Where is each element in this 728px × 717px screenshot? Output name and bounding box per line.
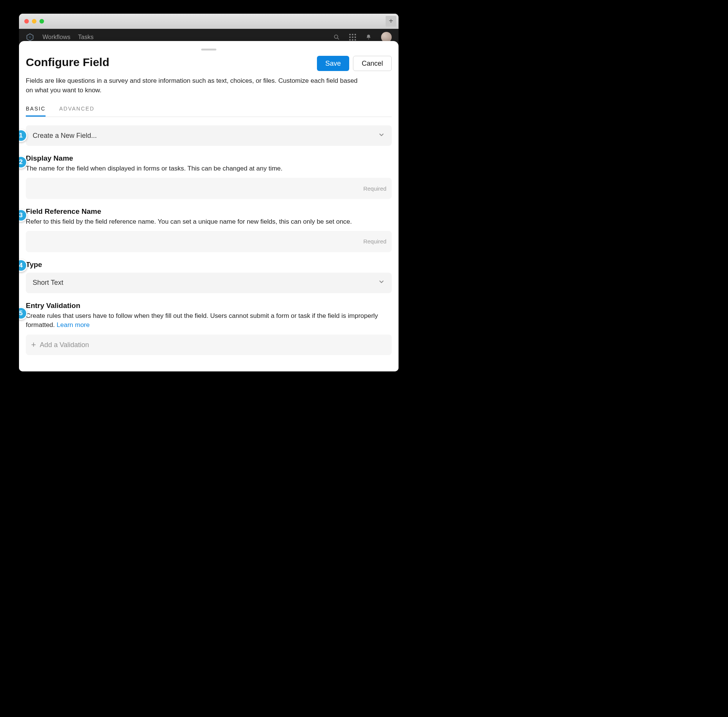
nav-item-workflows[interactable]: Workflows <box>43 34 71 41</box>
required-label: Required <box>363 238 386 245</box>
top-nav: Workflows Tasks <box>43 34 93 41</box>
add-validation-label: Add a Validation <box>40 341 89 349</box>
type-label: Type <box>26 261 392 269</box>
tab-basic[interactable]: BASIC <box>26 106 46 117</box>
validation-label: Entry Validation <box>26 302 392 310</box>
window-titlebar: + <box>19 14 399 29</box>
add-validation-button[interactable]: + Add a Validation <box>26 335 392 355</box>
cancel-button[interactable]: Cancel <box>353 56 392 71</box>
chevron-down-icon <box>378 278 385 287</box>
svg-line-3 <box>337 38 339 39</box>
display-name-label: Display Name <box>26 154 392 163</box>
sheet-drag-handle[interactable] <box>201 49 216 51</box>
tab-advanced[interactable]: ADVANCED <box>59 106 95 117</box>
svg-point-2 <box>334 35 338 38</box>
validation-sub: Create rules that users have to follow w… <box>26 311 392 330</box>
reference-name-input-shell: Required <box>26 231 392 252</box>
app-logo-icon <box>26 33 34 41</box>
type-dropdown[interactable]: Short Text <box>26 273 392 293</box>
maximize-window-icon[interactable] <box>39 19 44 24</box>
type-value: Short Text <box>33 279 63 287</box>
chevron-down-icon <box>378 131 385 140</box>
learn-more-link[interactable]: Learn more <box>57 321 90 328</box>
bell-icon[interactable] <box>365 34 372 41</box>
page-description: Fields are like questions in a survey an… <box>26 76 364 95</box>
minimize-window-icon[interactable] <box>32 19 36 24</box>
required-label: Required <box>363 185 386 192</box>
reference-name-label: Field Reference Name <box>26 207 392 216</box>
window-controls <box>24 19 44 24</box>
page-title: Configure Field <box>26 56 109 69</box>
display-name-input-shell: Required <box>26 178 392 199</box>
display-name-sub: The name for the field when displayed in… <box>26 164 392 173</box>
app-window: + Workflows Tasks <box>19 14 399 371</box>
nav-item-tasks[interactable]: Tasks <box>78 34 94 41</box>
plus-icon: + <box>31 340 36 350</box>
create-field-dropdown[interactable]: Create a New Field... <box>26 125 392 146</box>
create-field-dropdown-label: Create a New Field... <box>33 132 97 140</box>
apps-grid-icon[interactable] <box>349 34 356 41</box>
svg-point-1 <box>29 36 31 38</box>
configure-field-sheet: Configure Field Save Cancel Fields are l… <box>19 41 399 371</box>
display-name-input[interactable] <box>31 178 358 199</box>
reference-name-sub: Refer to this field by the field referen… <box>26 217 392 226</box>
search-icon[interactable] <box>333 34 340 41</box>
reference-name-input[interactable] <box>31 231 358 252</box>
new-tab-button[interactable]: + <box>386 16 396 27</box>
tabs: BASIC ADVANCED <box>26 106 392 117</box>
close-window-icon[interactable] <box>24 19 29 24</box>
save-button[interactable]: Save <box>317 56 349 71</box>
svg-point-4 <box>368 38 369 39</box>
